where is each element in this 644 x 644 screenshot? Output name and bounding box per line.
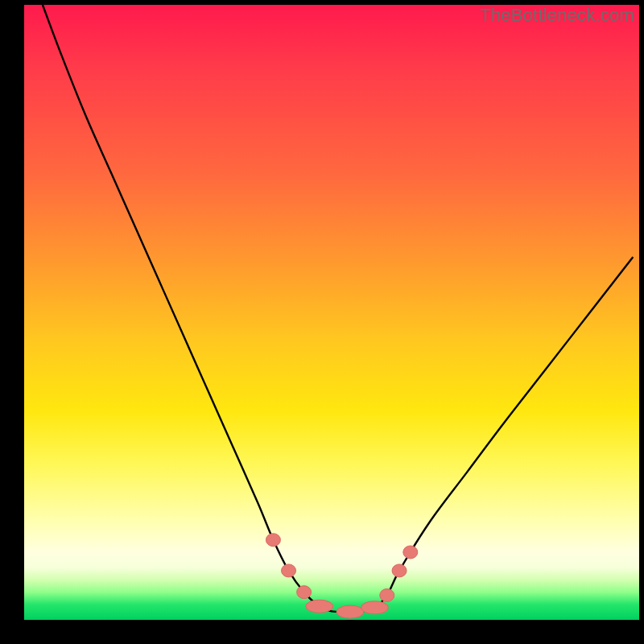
curve-marker <box>392 564 407 577</box>
curve-marker <box>306 600 333 613</box>
chart-frame: TheBottleneck.com <box>0 0 644 644</box>
curve-marker <box>297 586 312 599</box>
curve-marker <box>266 534 280 547</box>
plot-area <box>24 5 639 620</box>
curve-marker <box>282 564 296 577</box>
bottleneck-curve <box>43 5 633 612</box>
curve-marker <box>403 546 418 559</box>
curve-marker <box>336 605 364 618</box>
watermark-text: TheBottleneck.com <box>480 5 634 26</box>
curve-layer <box>24 5 639 620</box>
curve-marker <box>380 588 394 601</box>
curve-markers <box>266 534 417 618</box>
curve-marker <box>361 601 388 614</box>
